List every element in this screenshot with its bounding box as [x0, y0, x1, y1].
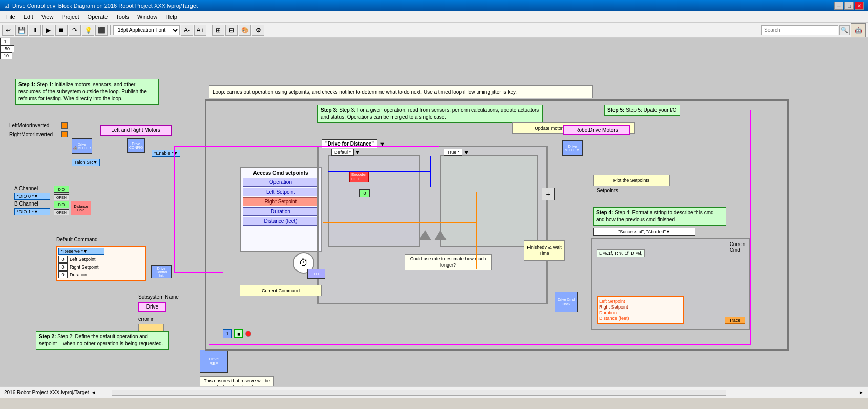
tti-block: TTI: [307, 269, 325, 279]
drive-motors-icon: DriveMOTORS: [562, 140, 583, 156]
step5-comment: Step 5: Step 5: Upate your I/O: [604, 105, 680, 116]
trace-btn[interactable]: Trace: [725, 317, 745, 324]
enable-ctrl[interactable]: *Enable *▼: [152, 150, 180, 157]
dio0-ctrl[interactable]: *DIO 0 *▼: [14, 193, 50, 200]
close-btn[interactable]: ✕: [855, 2, 864, 10]
reserve-ctrl[interactable]: *Reserve *▼: [58, 248, 104, 255]
step2-label: Step 2:: [39, 334, 56, 339]
successful-aborted-ctrl[interactable]: "Successful", "Aborted"▼: [593, 228, 695, 236]
talon-sr-ctrl[interactable]: Talon SR▼: [72, 159, 100, 166]
step4-label: Step 4:: [596, 210, 613, 215]
search-input[interactable]: [761, 25, 838, 35]
step2-comment: Step 2: Step 2: Define the default opera…: [36, 331, 169, 350]
loop-green-square: ■: [234, 329, 243, 338]
distance-item: Distance (feet): [243, 217, 319, 226]
wire-outer-1: [209, 146, 439, 147]
error-in-label: error in: [138, 316, 155, 322]
menu-view[interactable]: View: [37, 13, 58, 21]
format-string-container: L %.1f, R %.1f, D %f, CurrentCmd Left Se…: [591, 238, 750, 330]
loop-stop-led[interactable]: [245, 331, 251, 337]
menu-edit[interactable]: Edit: [19, 13, 37, 21]
menu-project[interactable]: Project: [57, 13, 83, 21]
toolbar-sep2: [209, 25, 209, 35]
true-case-selector: True * ▼: [444, 149, 469, 156]
toolbar-abort[interactable]: ⏹: [55, 25, 68, 36]
setpoints-indicator: Setpoints: [597, 188, 618, 193]
result-cluster: Left Setpoint Right Setpoint Duration Di…: [597, 296, 684, 324]
res-dur: Duration: [599, 310, 681, 315]
step4-comment: Step 4: Step 4: Format a string to descr…: [593, 207, 726, 226]
case-selector: "Drive for Distance" ▼: [322, 139, 385, 148]
menu-operate[interactable]: Operate: [83, 13, 112, 21]
operation-item: Operation: [243, 178, 319, 187]
search-button[interactable]: 🔍: [839, 25, 850, 35]
res-left-sp: Left Setpoint: [599, 299, 681, 304]
right-motor-terminal: [61, 131, 68, 137]
toolbar-run[interactable]: ▶: [42, 25, 54, 36]
minimize-btn[interactable]: ─: [834, 2, 843, 10]
menu-help[interactable]: Help: [161, 13, 181, 21]
step1-text: Step 1: Initialize motors, sensors, and …: [18, 81, 147, 101]
scroll-right-arrow[interactable]: ►: [859, 390, 864, 395]
drive-init-icon: Drive🤖MOTOR: [72, 138, 92, 154]
nav-arrow: ◄: [91, 390, 96, 395]
open-a: OPEN: [54, 194, 69, 200]
duration-label: Duration: [70, 272, 87, 277]
toolbar-extra[interactable]: ⚙: [252, 25, 264, 36]
left-motor-terminal: [61, 122, 68, 129]
toolbar-highlight[interactable]: 💡: [82, 25, 94, 36]
title-bar-controls[interactable]: ─ □ ✕: [834, 2, 864, 10]
wire-outer-v1: [750, 110, 751, 345]
drive-ctrl-init: DriveControlInit: [151, 265, 172, 278]
app-icon: ☑: [4, 3, 9, 9]
font-size-down[interactable]: A-: [181, 25, 193, 36]
toolbar-color[interactable]: 🎨: [239, 25, 251, 36]
dig-src-b: DIO: [54, 201, 69, 208]
project-path: 2016 Robot Project XXX.lvproj/Target: [4, 390, 89, 395]
true-arrow: ▼: [463, 149, 469, 155]
toolbar-sep1: [110, 25, 111, 35]
maximize-btn[interactable]: □: [844, 2, 854, 10]
right-sp-label: Right Setpoint: [70, 264, 99, 270]
font-size-up[interactable]: A+: [194, 25, 206, 36]
access-cmd-title: Access Cmd setpoints: [243, 170, 319, 176]
menu-window[interactable]: Window: [133, 13, 161, 21]
inner-case-default: Defaul * ▼ EncoderGET 0: [328, 155, 420, 247]
true-case-label: True *: [444, 149, 462, 156]
error-in-terminal: [138, 324, 164, 331]
wire-blue-1: [328, 171, 430, 172]
add-block: +: [542, 188, 555, 200]
menu-tools[interactable]: Tools: [112, 13, 133, 21]
duration-num[interactable]: 0: [58, 271, 68, 278]
right-sp-num[interactable]: 0: [58, 263, 68, 271]
compare-block-2: [434, 230, 447, 240]
step5-label: Step 5:: [607, 107, 624, 113]
toolbar-distribute[interactable]: ⊟: [225, 25, 238, 36]
toolbar-step[interactable]: ↷: [69, 25, 81, 36]
toolbar-undo[interactable]: ↩: [2, 25, 14, 36]
wire-blue-v1: [430, 156, 431, 187]
dio1-ctrl[interactable]: *DIO 1 *▼: [14, 208, 50, 215]
loop-controls: 1 ■: [223, 329, 251, 338]
toolbar-breakpoint[interactable]: ⬛: [95, 25, 108, 36]
drive-ref-icon: DriveREF: [200, 350, 228, 373]
num-10-ctrl[interactable]: 10: [0, 52, 12, 59]
drive-cmd-clock: Drive Cmd Clock: [555, 292, 578, 312]
left-sp-num[interactable]: 0: [58, 256, 68, 263]
menu-file[interactable]: File: [2, 13, 19, 21]
scrollbar-h[interactable]: [112, 390, 726, 396]
drive-for-distance-label: "Drive for Distance": [322, 139, 377, 148]
drive-subsystem-name: Drive: [138, 302, 166, 312]
font-selector[interactable]: 18pt Application Font: [113, 25, 180, 35]
wire-main-2: [174, 272, 223, 273]
num-1-ctrl[interactable]: 1: [0, 38, 10, 45]
default-cmd-cluster: *Reserve *▼ 0 Left Setpoint 0 Right Setp…: [56, 246, 146, 281]
toolbar-run-pause[interactable]: ⏸: [29, 25, 41, 36]
num-50-ctrl[interactable]: 50: [0, 45, 14, 52]
toolbar-align[interactable]: ⊞: [212, 25, 224, 36]
toolbar-save[interactable]: 💾: [15, 25, 28, 36]
loop-num[interactable]: 1: [223, 329, 232, 338]
default-case-selector: Defaul * ▼: [331, 149, 361, 156]
drive-config-icon: DriveCONFIG: [127, 138, 145, 153]
toolbar-corner-icon[interactable]: 🤖: [851, 23, 866, 37]
